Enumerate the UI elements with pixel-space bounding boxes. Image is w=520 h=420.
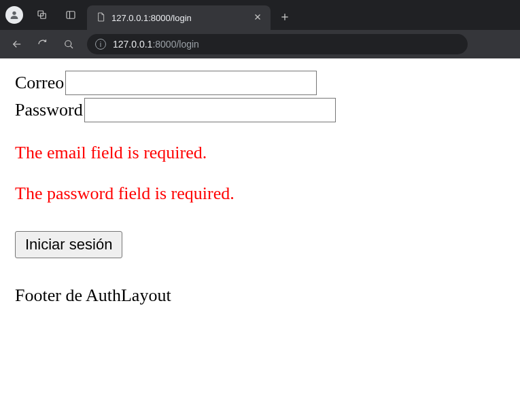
person-icon [9,10,20,20]
browser-toolbar: i 127.0.0.1:8000/login [0,30,520,58]
password-input[interactable] [84,98,336,122]
email-label: Correo [15,73,65,93]
url-path: /login [176,39,198,50]
close-tab-button[interactable] [253,12,262,24]
email-field-row: Correo [15,71,505,95]
url-text: 127.0.0.1:8000/login [113,39,199,50]
search-button[interactable] [57,33,80,56]
plus-icon [279,12,290,22]
active-tab[interactable]: 127.0.0.1:8000/login [87,5,271,30]
page-icon [95,12,106,24]
tab-title: 127.0.0.1:8000/login [111,13,247,23]
workspaces-icon[interactable] [30,3,54,27]
panel-icon[interactable] [58,3,83,27]
url-port: :8000 [152,39,176,50]
footer-text: Footer de AuthLayout [15,285,505,306]
arrow-left-icon [11,38,23,50]
close-icon [253,12,262,22]
email-error-message: The email field is required. [15,143,505,163]
back-button[interactable] [5,33,29,56]
svg-line-11 [71,46,73,48]
search-icon [63,38,75,50]
svg-point-10 [65,41,71,47]
reload-button[interactable] [31,33,54,56]
tab-strip: 127.0.0.1:8000/login [0,0,520,30]
profile-avatar[interactable] [5,6,23,24]
address-bar[interactable]: i 127.0.0.1:8000/login [87,34,468,54]
password-error-message: The password field is required. [15,183,505,204]
page-content: Correo Password The email field is requi… [0,58,520,318]
reload-icon [37,38,49,50]
login-button[interactable]: Iniciar sesión [15,231,122,258]
password-field-row: Password [15,98,505,122]
url-host: 127.0.0.1 [113,39,152,50]
email-input[interactable] [65,71,317,95]
password-label: Password [15,100,84,120]
svg-point-0 [12,12,16,15]
site-info-icon[interactable]: i [95,39,106,50]
new-tab-button[interactable] [275,7,295,27]
browser-chrome: 127.0.0.1:8000/login i 127.0.0.1:8000/lo… [0,0,520,58]
svg-rect-3 [67,12,75,19]
